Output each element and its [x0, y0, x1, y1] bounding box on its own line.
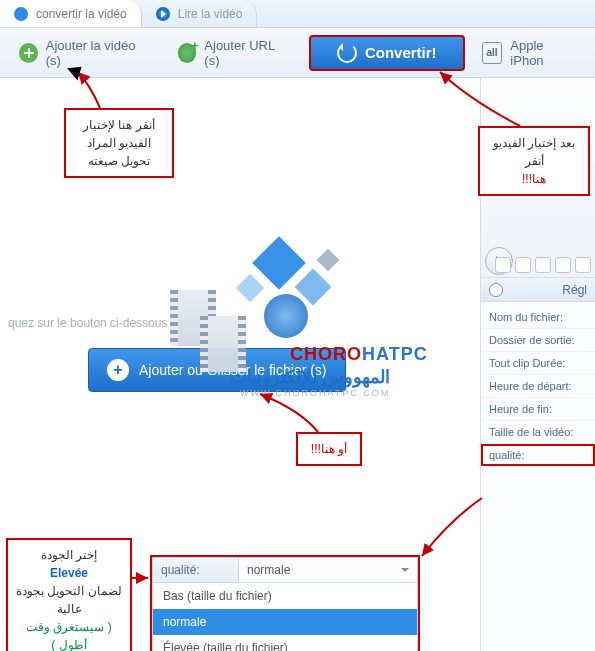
- tab-play-label: Lire la vidéo: [178, 7, 243, 21]
- convert-label: Convertir!: [365, 44, 437, 61]
- tab-bar: convertir la vidéo Lire la vidéo: [0, 0, 595, 28]
- field-end: Heure de fin:: [481, 398, 595, 421]
- quality-option-normal[interactable]: normale: [153, 609, 417, 635]
- prev-frame-button[interactable]: [495, 257, 511, 273]
- quality-select[interactable]: normale: [238, 558, 417, 582]
- watermark-logo: CHOROHATPC المهووس للإلكترونيات WWW.CHOR…: [170, 238, 400, 408]
- quality-option-high[interactable]: Élevée (taille du fichier): [153, 635, 417, 651]
- field-size: Taille de la vidéo:: [481, 421, 595, 444]
- annotation-convert: بعد إختيار الفيديو أنقر هنا!!!: [478, 126, 590, 196]
- settings-header: Régl: [481, 278, 595, 302]
- quality-panel: qualité: normale Bas (taille du fichier)…: [150, 555, 420, 651]
- field-quality[interactable]: qualité:: [481, 444, 595, 466]
- field-start: Heure de départ:: [481, 375, 595, 398]
- next-frame-button[interactable]: [515, 257, 531, 273]
- globe-icon: [178, 43, 197, 63]
- tab-convert[interactable]: convertir la vidéo: [0, 0, 142, 27]
- cursor-icon: [70, 60, 86, 80]
- plus-icon: [19, 43, 38, 63]
- annotation-or-here: أو هنا!!!: [296, 432, 362, 466]
- all-icon: all: [482, 42, 503, 64]
- quality-options: Bas (taille du fichier) normale Élevée (…: [152, 583, 418, 651]
- play-icon: [156, 7, 170, 21]
- field-output: Dossier de sortie:: [481, 329, 595, 352]
- add-url-label: Ajouter URL (s): [204, 38, 288, 68]
- add-video-label: Ajouter la vidéo (s): [46, 38, 148, 68]
- preset-button[interactable]: all Apple iPhon: [469, 35, 589, 71]
- volume-button[interactable]: [555, 257, 571, 273]
- convert-icon: [14, 7, 28, 21]
- annotation-quality: إختر الجودة Elevée لضمان التحويل بجودة ع…: [6, 538, 132, 651]
- fullscreen-button[interactable]: [575, 257, 591, 273]
- quality-option-low[interactable]: Bas (taille du fichier): [153, 583, 417, 609]
- plus-circle-icon: +: [107, 359, 129, 381]
- quality-label: qualité:: [153, 558, 238, 582]
- gear-icon[interactable]: [489, 283, 503, 297]
- field-filename: Nom du fichier:: [481, 306, 595, 329]
- field-duration: Tout clip Durée:: [481, 352, 595, 375]
- tab-play[interactable]: Lire la vidéo: [142, 0, 258, 27]
- snapshot-button[interactable]: [535, 257, 551, 273]
- settings-title: Régl: [562, 283, 587, 297]
- convert-button[interactable]: Convertir!: [309, 35, 465, 71]
- settings-fields: Nom du fichier: Dossier de sortie: Tout …: [481, 302, 595, 470]
- add-url-button[interactable]: Ajouter URL (s): [165, 35, 301, 71]
- tab-convert-label: convertir la vidéo: [36, 7, 127, 21]
- refresh-icon: [337, 43, 357, 63]
- annotation-add-video: أنقر هنا لإختيار الفيديو المراد تحويل صي…: [64, 108, 174, 178]
- preset-label: Apple iPhon: [510, 38, 576, 68]
